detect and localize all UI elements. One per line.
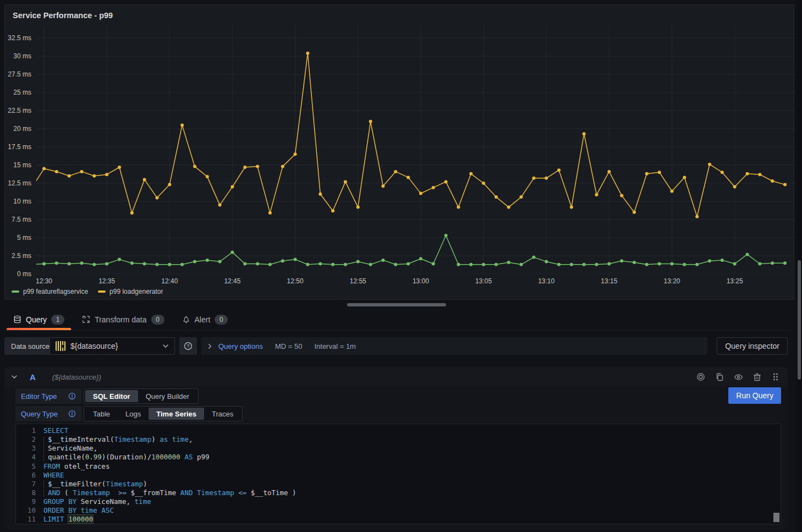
legend-label[interactable]: p99 featureflagservice xyxy=(23,288,88,295)
query-type-logs[interactable]: Logs xyxy=(118,408,149,420)
query-editor-body: Editor Type SQL EditorQuery Builder Run … xyxy=(4,386,788,529)
sql-token xyxy=(76,506,81,514)
query-options-bar: Query options MD = 50 Interval = 1m xyxy=(201,337,707,355)
drag-query-handle[interactable] xyxy=(770,371,781,382)
series-point xyxy=(143,262,146,266)
tab-query[interactable]: Query1 xyxy=(4,309,73,330)
x-axis-tick-label: 12:45 xyxy=(217,277,248,285)
hide-response-button[interactable] xyxy=(733,371,744,382)
query-inspector-button[interactable]: Query inspector xyxy=(717,337,788,355)
y-axis-tick-label: 2.5 ms xyxy=(6,252,31,260)
tab-label: Transform data xyxy=(95,315,146,324)
sql-token: AND xyxy=(180,489,193,497)
series-point xyxy=(482,263,485,266)
legend-item[interactable]: p99 loadgenerator xyxy=(98,288,163,295)
series-point xyxy=(620,194,623,197)
sql-code-line: 1SELECT xyxy=(16,426,781,435)
series-point xyxy=(143,178,146,181)
datasource-help-button[interactable]: ? xyxy=(179,337,197,355)
y-axis-tick-label: 25 ms xyxy=(6,89,31,96)
datasource-picker[interactable]: ${datasource} xyxy=(50,337,175,355)
page-scrollbar-thumb[interactable] xyxy=(798,260,801,380)
sql-token: WHERE xyxy=(43,471,64,479)
series-point xyxy=(733,262,737,266)
active-tab-underline xyxy=(7,328,71,330)
series-point xyxy=(268,211,272,215)
datasource-row: Data source ${datasource} ? Query option… xyxy=(4,337,788,355)
series-point xyxy=(294,258,297,261)
sql-token: ServiceName, xyxy=(76,497,134,506)
line-number: 11 xyxy=(16,515,36,524)
editor-type-group: SQL EditorQuery Builder xyxy=(84,388,199,404)
series-point xyxy=(381,259,384,262)
sql-token: SELECT xyxy=(43,426,68,435)
series-point xyxy=(180,123,184,127)
series-point xyxy=(55,261,58,265)
run-query-button[interactable]: Run Query xyxy=(728,387,781,404)
query-options-toggle[interactable]: Query options xyxy=(218,342,263,350)
query-type-traces[interactable]: Traces xyxy=(204,408,241,420)
x-axis-tick-label: 13:10 xyxy=(531,277,562,285)
tab-transform-data[interactable]: Transform data0 xyxy=(73,309,173,330)
sql-token: ) xyxy=(143,480,147,488)
timeseries-chart[interactable] xyxy=(36,25,795,274)
horizontal-scrollbar[interactable] xyxy=(347,303,446,306)
sql-token: GROUP BY xyxy=(43,497,76,506)
disable-query-button[interactable] xyxy=(695,371,706,382)
legend-label[interactable]: p99 loadgenerator xyxy=(109,288,163,295)
x-axis-tick-label: 12:35 xyxy=(91,277,122,285)
duplicate-query-button[interactable] xyxy=(714,371,725,382)
series-line xyxy=(36,235,785,265)
series-point xyxy=(105,262,108,266)
series-point xyxy=(695,263,699,266)
series-point xyxy=(620,259,623,262)
x-axis-tick-label: 13:00 xyxy=(405,277,436,285)
series-point xyxy=(708,259,711,262)
sql-code-editor[interactable]: 1SELECT2$__timeInterval(Timestamp) as ti… xyxy=(15,424,781,524)
legend-item[interactable]: p99 featureflagservice xyxy=(12,288,88,295)
sql-token: ORDER BY xyxy=(43,506,76,514)
tab-alert[interactable]: Alert0 xyxy=(173,309,237,330)
x-axis-tick-label: 12:30 xyxy=(29,277,59,285)
series-point xyxy=(708,163,711,166)
remove-query-button[interactable] xyxy=(751,371,762,382)
series-point xyxy=(595,193,598,196)
series-point xyxy=(168,263,171,266)
series-point xyxy=(306,52,309,55)
editor-type-query-builder[interactable]: Query Builder xyxy=(138,390,197,402)
query-type-table[interactable]: Table xyxy=(85,408,118,420)
series-point xyxy=(55,170,58,173)
sql-token xyxy=(168,435,172,443)
collapse-chevron-icon[interactable] xyxy=(11,374,18,380)
query-type-time-series[interactable]: Time Series xyxy=(149,408,204,420)
series-point xyxy=(658,262,661,266)
series-point xyxy=(645,172,649,175)
y-axis-tick-label: 12.5 ms xyxy=(6,179,31,187)
series-point xyxy=(92,174,96,178)
series-point xyxy=(206,259,209,262)
series-point xyxy=(570,263,573,266)
query-row-header[interactable]: A (${datasource}) xyxy=(4,368,788,386)
tab-count-badge: 0 xyxy=(215,315,228,325)
series-point xyxy=(444,180,448,183)
x-axis-tick-label: 13:25 xyxy=(719,277,750,285)
sql-token: as xyxy=(160,435,168,443)
series-point xyxy=(281,259,284,262)
line-number: 8 xyxy=(16,489,36,497)
series-point xyxy=(193,260,196,264)
chevron-right-icon[interactable] xyxy=(207,343,213,349)
page-scrollbar-track[interactable] xyxy=(796,0,802,532)
sql-code-line: 11LIMIT 100000 xyxy=(16,515,781,524)
series-point xyxy=(281,165,284,168)
editor-type-sql-editor[interactable]: SQL Editor xyxy=(85,390,138,402)
series-point xyxy=(520,195,523,199)
series-point xyxy=(80,170,84,173)
series-point xyxy=(570,206,573,209)
sql-token: , xyxy=(189,435,193,443)
sql-token: ServiceName, xyxy=(48,444,97,452)
query-options-interval: Interval = 1m xyxy=(314,342,356,350)
indent-guide xyxy=(43,489,47,497)
info-circle-icon xyxy=(68,392,76,400)
x-axis-tick-label: 13:15 xyxy=(594,277,624,285)
series-point xyxy=(331,263,334,266)
